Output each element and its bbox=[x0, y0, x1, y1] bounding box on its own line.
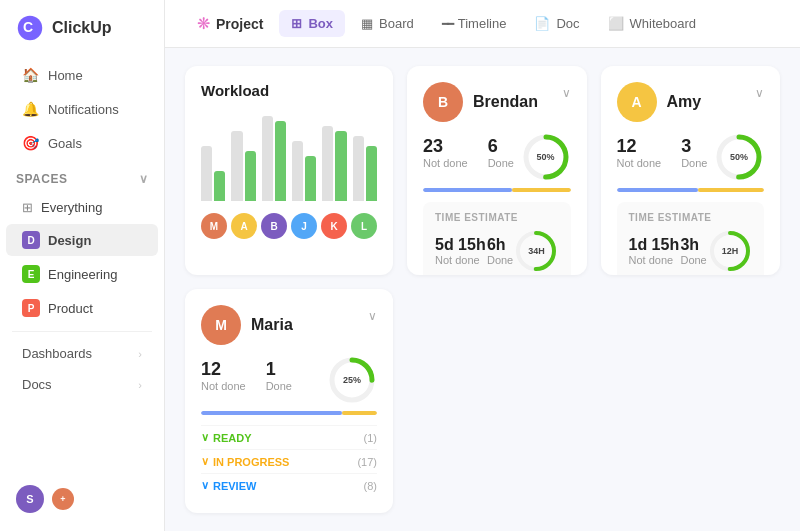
amy-time-done: 3h Done bbox=[680, 236, 706, 266]
doc-icon: 📄 bbox=[534, 16, 550, 31]
brendan-percent: 50% bbox=[536, 152, 554, 162]
maria-section-ready[interactable]: ∨ READY (1) bbox=[201, 425, 377, 449]
bar-green-6 bbox=[366, 146, 377, 201]
brendan-time-ring-label: 34H bbox=[528, 246, 545, 256]
maria-section-review[interactable]: ∨ REVIEW (8) bbox=[201, 473, 377, 497]
amy-time-estimate: TIME ESTIMATE 1d 15h Not done 3h Done bbox=[617, 202, 765, 275]
brendan-header: B Brendan ∨ bbox=[423, 82, 571, 122]
sidebar-engineering-label: Engineering bbox=[48, 267, 117, 282]
brendan-time-d-lbl: Done bbox=[487, 254, 513, 266]
wl-avatar-3[interactable]: B bbox=[261, 213, 287, 239]
logo-text: ClickUp bbox=[52, 19, 112, 37]
brendan-progress-ring: 50% bbox=[521, 132, 571, 182]
bar-group-6 bbox=[353, 136, 377, 201]
amy-name: Amy bbox=[667, 93, 702, 111]
goals-icon: 🎯 bbox=[22, 135, 38, 151]
brendan-ring: 50% bbox=[521, 132, 571, 182]
brendan-progress-bar bbox=[423, 188, 571, 192]
maria-done-value: 1 bbox=[266, 359, 292, 380]
bar-gray-5 bbox=[322, 126, 333, 201]
tab-timeline[interactable]: ━━ Timeline bbox=[430, 10, 519, 37]
maria-section-inprogress[interactable]: ∨ IN PROGRESS (17) bbox=[201, 449, 377, 473]
amy-chevron[interactable]: ∨ bbox=[755, 86, 764, 100]
sidebar-item-goals[interactable]: 🎯 Goals bbox=[6, 127, 158, 159]
everything-icon: ⊞ bbox=[22, 200, 33, 215]
sidebar-item-design[interactable]: D Design bbox=[6, 224, 158, 256]
brendan-done-value: 6 bbox=[488, 136, 514, 157]
brendan-chevron[interactable]: ∨ bbox=[562, 86, 571, 100]
tab-doc[interactable]: 📄 Doc bbox=[522, 10, 591, 37]
wl-avatar-2[interactable]: A bbox=[231, 213, 257, 239]
sidebar-item-docs[interactable]: Docs › bbox=[6, 370, 158, 399]
maria-chevron[interactable]: ∨ bbox=[368, 309, 377, 323]
brendan-avatar: B bbox=[423, 82, 463, 122]
amy-time-d-lbl: Done bbox=[680, 254, 706, 266]
amy-card: A Amy ∨ 12 Not done 3 Done bbox=[601, 66, 781, 275]
brendan-info: B Brendan bbox=[423, 82, 538, 122]
project-tab[interactable]: ❋ Project bbox=[185, 8, 275, 39]
maria-header: M Maria ∨ bbox=[201, 305, 377, 345]
amy-not-done: 12 Not done bbox=[617, 136, 662, 169]
tab-board-label: Board bbox=[379, 16, 414, 31]
brendan-time-ring: 34H bbox=[514, 229, 558, 273]
sidebar-item-notifications[interactable]: 🔔 Notifications bbox=[6, 93, 158, 125]
maria-percent: 25% bbox=[343, 375, 361, 385]
brendan-time-estimate: TIME ESTIMATE 5d 15h Not done 6h Done bbox=[423, 202, 571, 275]
sidebar-everything-label: Everything bbox=[41, 200, 102, 215]
engineering-dot: E bbox=[22, 265, 40, 283]
bar-group-4 bbox=[292, 141, 316, 201]
project-label: Project bbox=[216, 16, 263, 32]
brendan-time-d-val: 6h bbox=[487, 236, 513, 254]
box-icon: ⊞ bbox=[291, 16, 302, 31]
bar-gray-3 bbox=[262, 116, 273, 201]
sidebar-item-everything[interactable]: ⊞ Everything bbox=[6, 193, 158, 222]
sidebar-home-label: Home bbox=[48, 68, 83, 83]
sidebar-goals-label: Goals bbox=[48, 136, 82, 151]
maria-done-label: Done bbox=[266, 380, 292, 392]
bell-icon: 🔔 bbox=[22, 101, 38, 117]
user-avatar-s[interactable]: S bbox=[16, 485, 44, 513]
tab-whiteboard[interactable]: ⬜ Whiteboard bbox=[596, 10, 708, 37]
maria-ready-label: ∨ READY bbox=[201, 431, 252, 444]
bar-gray-6 bbox=[353, 136, 364, 201]
amy-time-ring-label: 12H bbox=[722, 246, 739, 256]
amy-done-value: 3 bbox=[681, 136, 707, 157]
tab-box[interactable]: ⊞ Box bbox=[279, 10, 345, 37]
amy-time-d-val: 3h bbox=[680, 236, 706, 254]
maria-progress-bar bbox=[201, 411, 377, 415]
bar-group-5 bbox=[322, 126, 346, 201]
sidebar-item-product[interactable]: P Product bbox=[6, 292, 158, 324]
logo[interactable]: C ClickUp bbox=[0, 14, 164, 58]
design-dot: D bbox=[22, 231, 40, 249]
amy-bar-yellow bbox=[698, 188, 764, 192]
amy-time-stats: 1d 15h Not done 3h Done 12H bbox=[629, 229, 753, 273]
bar-green-5 bbox=[335, 131, 346, 201]
project-icon: ❋ bbox=[197, 14, 210, 33]
user-avatar-2[interactable]: + bbox=[52, 488, 74, 510]
maria-card: M Maria ∨ 12 Not done 1 Done bbox=[185, 289, 393, 513]
amy-done-label: Done bbox=[681, 157, 707, 169]
amy-progress-ring: 50% bbox=[714, 132, 764, 182]
maria-progress-ring: 25% bbox=[327, 355, 377, 405]
sidebar-item-engineering[interactable]: E Engineering bbox=[6, 258, 158, 290]
amy-not-done-label: Not done bbox=[617, 157, 662, 169]
sidebar-item-home[interactable]: 🏠 Home bbox=[6, 59, 158, 91]
wl-avatar-1[interactable]: M bbox=[201, 213, 227, 239]
maria-stats-row: 12 Not done 1 Done 25% bbox=[201, 355, 377, 405]
tab-board[interactable]: ▦ Board bbox=[349, 10, 426, 37]
tab-timeline-label: Timeline bbox=[458, 16, 507, 31]
top-navigation: ❋ Project ⊞ Box ▦ Board ━━ Timeline 📄 Do… bbox=[165, 0, 800, 48]
sidebar-item-dashboards[interactable]: Dashboards › bbox=[6, 339, 158, 368]
amy-te-label: TIME ESTIMATE bbox=[629, 212, 753, 223]
wl-avatar-5[interactable]: K bbox=[321, 213, 347, 239]
whiteboard-icon: ⬜ bbox=[608, 16, 624, 31]
bar-green-1 bbox=[214, 171, 225, 201]
spaces-header: Spaces ∨ bbox=[0, 160, 164, 192]
wl-avatar-4[interactable]: J bbox=[291, 213, 317, 239]
maria-bar-blue bbox=[201, 411, 342, 415]
maria-stats: 12 Not done 1 Done bbox=[201, 359, 292, 392]
chevron-icon[interactable]: ∨ bbox=[139, 172, 149, 186]
brendan-stats: 23 Not done 6 Done bbox=[423, 136, 514, 169]
brendan-done-label: Done bbox=[488, 157, 514, 169]
wl-avatar-6[interactable]: L bbox=[351, 213, 377, 239]
